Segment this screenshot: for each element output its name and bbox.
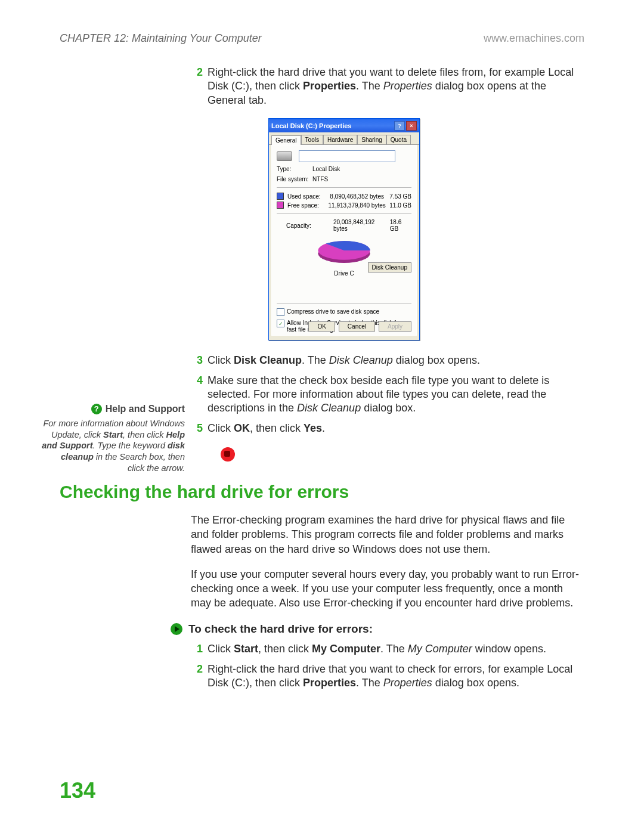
stop-icon xyxy=(221,447,235,462)
used-space-row: Used space: 8,090,468,352 bytes 7.53 GB xyxy=(277,193,411,200)
disk-cleanup-button[interactable]: Disk Cleanup xyxy=(368,262,411,272)
apply-button[interactable]: Apply xyxy=(379,321,411,332)
page-number: 134 xyxy=(60,778,95,803)
checkbox-icon[interactable] xyxy=(277,308,284,316)
chapter-title: CHAPTER 12: Maintaining Your Computer xyxy=(60,32,262,45)
drive-label-input[interactable] xyxy=(299,150,395,162)
errcheck-step-2: 2 Right-click the hard drive that you wa… xyxy=(191,662,584,690)
dialog-titlebar: Local Disk (C:) Properties ? × xyxy=(269,119,419,132)
drive-icon xyxy=(277,151,292,161)
tab-general[interactable]: General xyxy=(271,135,301,145)
tab-quota[interactable]: Quota xyxy=(386,135,411,144)
free-space-row: Free space: 11,913,379,840 bytes 11.0 GB xyxy=(277,202,411,209)
compress-checkbox-row[interactable]: Compress drive to save disk space xyxy=(277,308,411,316)
question-icon: ? xyxy=(91,404,102,414)
procedure-title: To check the hard drive for errors: xyxy=(188,621,373,637)
tab-sharing[interactable]: Sharing xyxy=(357,135,386,144)
properties-dialog: Local Disk (C:) Properties ? × General T… xyxy=(268,118,420,340)
capacity-row: Capacity: 20,003,848,192 bytes 18.6 GB xyxy=(277,219,411,232)
step-3: 3 Click Disk Cleanup. The Disk Cleanup d… xyxy=(191,354,584,367)
section-p1: The Error-checking program examines the … xyxy=(191,513,584,556)
header-url: www.emachines.com xyxy=(484,32,584,45)
tab-tools[interactable]: Tools xyxy=(301,135,323,144)
step-5: 5 Click OK, then click Yes. xyxy=(191,422,584,435)
help-body: For more information about Windows Updat… xyxy=(42,418,185,474)
free-swatch xyxy=(277,202,284,209)
help-and-support-sidebar: ? Help and Support For more information … xyxy=(42,403,185,474)
cancel-button[interactable]: Cancel xyxy=(339,321,375,332)
section-heading: Checking the hard drive for errors xyxy=(60,482,349,502)
pie-chart xyxy=(311,238,377,267)
step-2: 2 Right-click the hard drive that you wa… xyxy=(191,66,584,107)
dialog-title: Local Disk (C:) Properties xyxy=(271,122,351,129)
dialog-tabs: General Tools Hardware Sharing Quota xyxy=(269,132,419,145)
used-swatch xyxy=(277,193,284,200)
ok-button[interactable]: OK xyxy=(308,321,335,332)
tab-hardware[interactable]: Hardware xyxy=(323,135,357,144)
errcheck-step-1: 1 Click Start, then click My Computer. T… xyxy=(191,642,584,656)
play-icon xyxy=(171,623,182,635)
checkbox-icon[interactable]: ✓ xyxy=(277,320,284,327)
section-p2: If you use your computer several hours e… xyxy=(191,567,584,611)
close-icon[interactable]: × xyxy=(406,121,417,131)
step-4: 4 Make sure that the check box beside ea… xyxy=(191,374,584,416)
step-2-text: Right-click the hard drive that you want… xyxy=(208,66,584,107)
help-icon[interactable]: ? xyxy=(394,121,405,131)
